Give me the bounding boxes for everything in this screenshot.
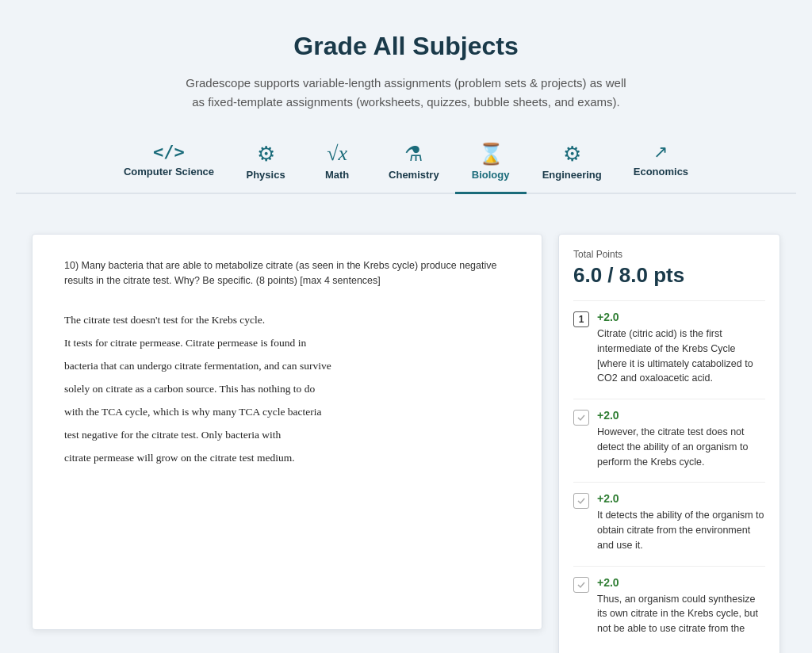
header-section: Grade All Subjects Gradescope supports v…: [0, 0, 812, 210]
question-text: 10) Many bacteria that are able to metab…: [64, 258, 510, 288]
tab-economics[interactable]: ↗ Economics: [618, 136, 704, 193]
answer-line-7: citrate permease will grow on the citrat…: [64, 447, 510, 468]
rubric-checkbox-4[interactable]: [573, 577, 589, 593]
rubric-points-4: +2.0: [597, 576, 765, 589]
grading-panel: Total Points 6.0 / 8.0 pts 1 +2.0 Citrat…: [558, 234, 780, 653]
rubric-content-2: +2.0 However, the citrate test does not …: [597, 409, 765, 469]
rubric-checkbox-1[interactable]: 1: [573, 311, 589, 327]
answer-line-5: with the TCA cycle, which is why many TC…: [64, 401, 510, 422]
rubric-content-1: +2.0 Citrate (citric acid) is the first …: [597, 311, 765, 386]
tab-biology-label: Biology: [472, 169, 510, 181]
answer-line-2: It tests for citrate permease. Citrate p…: [64, 332, 510, 353]
subtitle: Gradescope supports variable-length assi…: [184, 74, 628, 112]
answer-line-1: The citrate test doesn't test for the Kr…: [64, 309, 510, 330]
answer-line-6: test negative for the citrate test. Only…: [64, 424, 510, 445]
tab-engineering-label: Engineering: [542, 169, 602, 181]
tab-physics-label: Physics: [246, 169, 285, 181]
tab-physics[interactable]: ⚙ Physics: [230, 136, 301, 193]
total-points-label: Total Points: [573, 249, 765, 260]
engineering-icon: ⚙: [563, 143, 581, 164]
divider-3: [573, 482, 765, 483]
tab-biology[interactable]: ⌛ Biology: [455, 136, 527, 194]
question-body: Many bacteria that are able to metaboliz…: [64, 260, 496, 286]
rubric-points-2: +2.0: [597, 409, 765, 422]
check-icon-2: [576, 413, 586, 422]
chemistry-icon: ⚗: [404, 143, 423, 164]
tab-engineering[interactable]: ⚙ Engineering: [527, 136, 618, 193]
rubric-content-4: +2.0 Thus, an organism could synthesize …: [597, 576, 765, 636]
rubric-checkbox-3[interactable]: [573, 493, 589, 509]
rubric-item-4: +2.0 Thus, an organism could synthesize …: [573, 576, 765, 636]
tabs-container: </> Computer Science ⚙ Physics √x Math ⚗…: [16, 136, 796, 194]
economics-icon: ↗: [653, 143, 668, 161]
divider-1: [573, 300, 765, 301]
tab-math-label: Math: [325, 169, 349, 181]
tab-cs-label: Computer Science: [124, 166, 214, 178]
total-points-value: 6.0 / 8.0 pts: [573, 263, 765, 288]
page-title: Grade All Subjects: [16, 32, 796, 61]
paper-container: 10) Many bacteria that are able to metab…: [32, 234, 542, 630]
rubric-item-3: +2.0 It detects the ability of the organ…: [573, 492, 765, 552]
rubric-text-1: Citrate (citric acid) is the first inter…: [597, 326, 765, 386]
divider-2: [573, 399, 765, 399]
rubric-text-3: It detects the ability of the organism t…: [597, 508, 765, 552]
physics-icon: ⚙: [257, 143, 275, 164]
rubric-item-2: +2.0 However, the citrate test does not …: [573, 409, 765, 469]
answer-line-4: solely on citrate as a carbon source. Th…: [64, 378, 510, 399]
rubric-text-2: However, the citrate test does not detec…: [597, 425, 765, 469]
content-area: 10) Many bacteria that are able to metab…: [0, 210, 812, 653]
rubric-checkbox-2[interactable]: [573, 410, 589, 426]
rubric-points-1: +2.0: [597, 311, 765, 323]
cs-icon: </>: [153, 143, 185, 161]
handwritten-answer: The citrate test doesn't test for the Kr…: [64, 301, 510, 478]
rubric-item-1: 1 +2.0 Citrate (citric acid) is the firs…: [573, 311, 765, 386]
tab-cs[interactable]: </> Computer Science: [108, 136, 230, 193]
question-number: 10): [64, 260, 82, 271]
answer-line-3: bacteria that can undergo citrate fermen…: [64, 355, 510, 376]
divider-4: [573, 566, 765, 567]
rubric-content-3: +2.0 It detects the ability of the organ…: [597, 492, 765, 552]
tab-economics-label: Economics: [634, 166, 688, 178]
rubric-text-4: Thus, an organism could synthesize its o…: [597, 592, 765, 636]
biology-icon: ⌛: [478, 143, 504, 164]
math-icon: √x: [327, 143, 347, 164]
check-icon-4: [576, 580, 586, 590]
tab-chemistry-label: Chemistry: [389, 169, 439, 181]
tab-math[interactable]: √x Math: [301, 136, 373, 193]
tab-chemistry[interactable]: ⚗ Chemistry: [373, 136, 455, 193]
rubric-points-3: +2.0: [597, 492, 765, 505]
check-icon-3: [576, 496, 586, 506]
